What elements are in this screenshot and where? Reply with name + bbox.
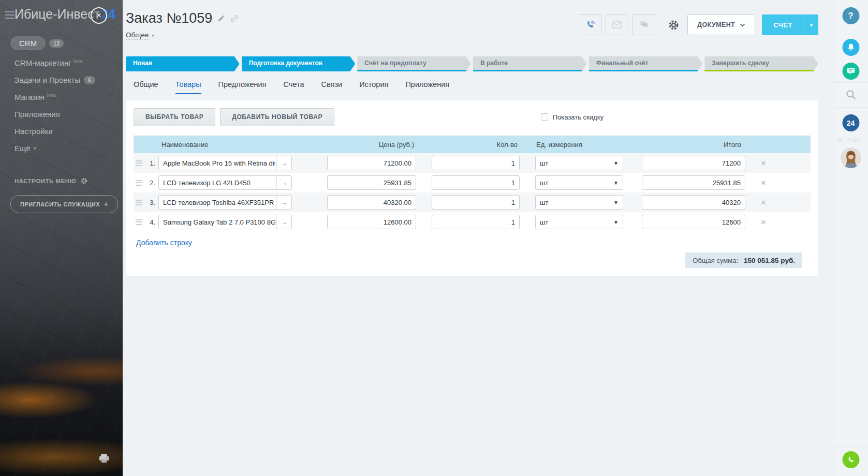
arrow-right-icon: → [281,159,288,167]
user-avatar[interactable] [841,147,861,168]
drag-handle-icon[interactable] [136,159,142,167]
tab-general[interactable]: Общие [134,80,158,94]
counter-badge: 6 [84,76,95,84]
tab-applications[interactable]: Приложения [405,80,449,94]
document-button[interactable]: ДОКУМЕНТ [687,14,755,35]
tab-offers[interactable]: Предложения [218,80,267,94]
stage-new[interactable]: Новая [126,56,240,71]
deal-category-dropdown[interactable]: Общее ▾ [126,31,154,40]
remove-row-button[interactable]: × [761,218,766,227]
invite-employees-button[interactable]: ПРИГЛАСИТЬ СЛУЖАЩИХ+ [10,195,118,213]
sidebar-item-crm[interactable]: CRM 12 [0,32,123,54]
sidebar-item-shop[interactable]: Магазин beta [0,88,123,106]
copy-link-icon[interactable] [230,14,239,23]
help-button[interactable]: ? [842,7,859,24]
stage-prepayment-invoice[interactable]: Счёт на предоплату [357,56,471,71]
sidebar-item-label: CRM-маркетинг [14,58,71,67]
row-number: 2. [144,179,158,187]
chat-bubbles-icon [638,19,650,31]
arrow-right-icon: → [281,178,288,187]
price-input[interactable] [327,156,416,170]
sidebar-item-more[interactable]: Ещё ▾ [0,140,123,157]
unit-select[interactable]: шт ▼ [535,195,623,210]
select-product-button[interactable]: ВЫБРАТЬ ТОВАР [134,108,215,126]
open-product-button[interactable]: → [276,215,291,229]
quantity-input[interactable] [432,175,520,190]
product-name-input[interactable] [159,215,276,229]
add-row-link[interactable]: Добавить строку [136,239,192,247]
call-button[interactable] [579,14,601,35]
settings-button[interactable] [663,14,684,35]
configure-menu-button[interactable]: НАСТРОИТЬ МЕНЮ [14,177,88,185]
remove-row-button[interactable]: × [761,159,766,168]
unit-value: шт [540,159,548,167]
sidebar-item-tasks-projects[interactable]: Задачи и Проекты 6 [0,71,123,88]
unit-select[interactable]: шт ▼ [535,175,623,190]
sidebar-item-apps[interactable]: Приложения [0,106,123,123]
edit-title-pencil-icon[interactable] [217,14,225,22]
chat-button[interactable] [632,14,655,35]
open-product-button[interactable]: → [276,196,291,209]
price-input[interactable] [327,175,416,190]
close-menu-button[interactable]: × [91,7,107,24]
page-title: Заказ №1059 [126,10,212,26]
unit-select[interactable]: шт ▼ [535,156,623,170]
row-total-input[interactable] [642,156,745,170]
stage-close-deal[interactable]: Завершить сделку [704,56,818,71]
tab-relations[interactable]: Связи [321,80,343,94]
app-logo-name: Ибице-Инвест [14,7,100,21]
invoice-button[interactable]: СЧЁТ [762,14,804,35]
row-total-input[interactable] [642,215,745,229]
open-product-button[interactable]: → [276,156,291,170]
messenger-button[interactable] [842,63,859,80]
column-total: Итого [642,141,745,148]
phone-icon [584,19,596,31]
show-discount-checkbox[interactable] [541,113,548,121]
invoice-dropdown-button[interactable]: ▾ [804,14,818,35]
stage-final-invoice[interactable]: Финальный счёт [589,56,703,71]
drag-handle-icon[interactable] [136,218,142,226]
tab-history[interactable]: История [359,80,388,94]
unit-select[interactable]: шт ▼ [535,215,623,229]
remove-row-button[interactable]: × [761,178,766,187]
total-row: Общая сумма: 150 051.85 руб. [134,252,811,268]
product-row: 1. → шт ▼ × [134,153,811,173]
remove-row-button[interactable]: × [761,198,766,207]
drag-handle-icon[interactable] [136,198,142,206]
sidebar-item-settings[interactable]: Настройки [0,123,123,140]
add-new-product-button[interactable]: ДОБАВИТЬ НОВЫЙ ТОВАР [220,108,334,126]
bitrix24-button[interactable]: 24 [842,114,859,131]
product-name-input[interactable] [159,176,276,189]
invite-employees-label: ПРИГЛАСИТЬ СЛУЖАЩИХ [20,201,100,207]
telephony-button[interactable] [842,451,859,468]
drag-handle-icon[interactable] [136,178,142,187]
product-name-input[interactable] [159,196,276,209]
unit-value: шт [540,179,548,187]
chevron-down-icon: ▾ [152,33,154,38]
price-input[interactable] [327,195,416,210]
gear-icon [80,177,88,185]
quantity-input[interactable] [432,215,520,229]
hamburger-menu-icon[interactable] [5,11,16,21]
price-input[interactable] [327,215,416,229]
printer-icon[interactable] [98,453,110,466]
row-number: 4. [144,218,158,226]
quantity-input[interactable] [432,156,520,170]
stage-in-progress[interactable]: В работе [473,56,587,71]
tab-products[interactable]: Товары [175,80,201,94]
show-discount-label: Показать скидку [553,113,604,121]
sidebar-item-label: Задачи и Проекты [14,76,80,84]
notifications-button[interactable] [842,39,859,56]
tab-invoices[interactable]: Счета [284,80,304,94]
row-total-input[interactable] [642,195,745,210]
row-total-input[interactable] [642,175,745,190]
stage-document-preparation[interactable]: Подготовка документов [242,56,356,71]
select-caret-icon: ▼ [613,160,619,166]
email-button[interactable] [606,14,628,35]
open-product-button[interactable]: → [276,176,291,189]
sidebar-item-crm-marketing[interactable]: CRM-маркетинг beta [0,54,123,71]
quantity-input[interactable] [432,195,520,210]
product-name-input[interactable] [159,156,276,170]
main-content: Заказ №1059 Общее ▾ [123,0,833,476]
search-button[interactable] [845,88,857,103]
